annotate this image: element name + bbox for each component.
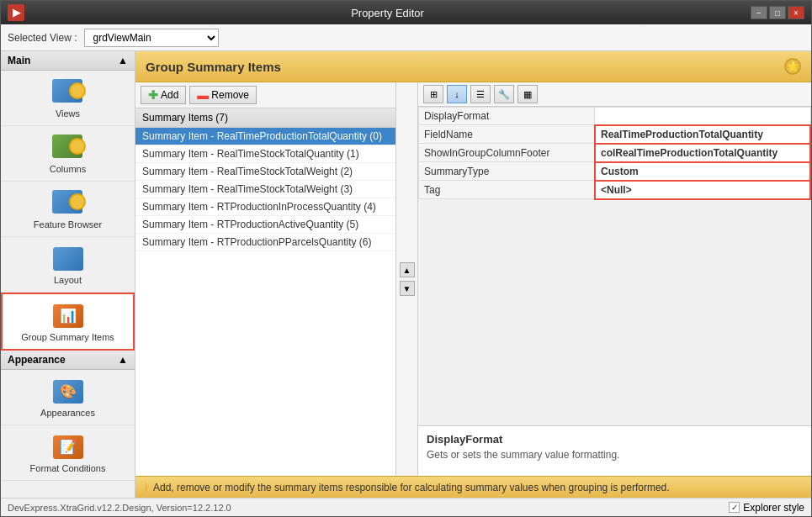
table-row: Tag <Null> <box>419 181 811 199</box>
minimize-button[interactable]: − <box>751 6 767 19</box>
devexpress-version: DevExpress.XtraGrid.v12.2.Design, Versio… <box>8 503 231 513</box>
table-row: DisplayFormat <box>419 108 811 125</box>
group-summary-icon: 📊 <box>51 301 85 330</box>
content-title: Group Summary Items <box>146 60 281 74</box>
prop-name-field-name: FieldName <box>419 125 595 144</box>
sidebar-layout-label: Layout <box>54 275 82 285</box>
toolbar-row: Selected View : grdViewMain <box>1 24 811 51</box>
prop-value-field-name[interactable]: RealTimeProductionTotalQuantity <box>595 125 810 144</box>
explorer-style-toggle[interactable]: Explorer style <box>729 502 804 514</box>
selected-view-label: Selected View : <box>8 32 77 44</box>
sidebar-format-label: Format Conditions <box>30 463 106 473</box>
status-text: Add, remove or modify the summary items … <box>153 482 670 493</box>
list-item[interactable]: Summary Item - RealTimeStockTotalQuantit… <box>135 145 395 163</box>
props-btn-list[interactable]: ☰ <box>470 85 491 103</box>
add-icon: ✚ <box>148 88 158 102</box>
feature-browser-icon <box>51 188 85 218</box>
sidebar-views-label: Views <box>56 108 80 119</box>
scroll-controls: ▲ ▼ <box>396 82 418 476</box>
table-row: ShowInGroupColumnFooter colRealTimeProdu… <box>419 144 811 162</box>
sidebar-item-feature-browser[interactable]: Feature Browser <box>1 182 135 237</box>
props-content: DisplayFormat FieldName RealTimeProducti… <box>418 107 811 476</box>
list-items: Summary Item - RealTimeProductionTotalQu… <box>135 128 395 476</box>
list-item[interactable]: Summary Item - RealTimeProductionTotalQu… <box>135 128 395 145</box>
table-row: FieldName RealTimeProductionTotalQuantit… <box>419 125 811 144</box>
content-header: Group Summary Items ⭐ <box>135 51 811 82</box>
props-btn-extra[interactable]: ▦ <box>517 85 538 103</box>
content-header-icon: ⭐ <box>784 58 801 75</box>
sidebar-item-appearances[interactable]: 🎨 Appearances <box>1 370 135 425</box>
property-editor-window: ▶ Property Editor − □ × Selected View : … <box>0 0 812 517</box>
sidebar-feature-label: Feature Browser <box>34 219 102 229</box>
list-item[interactable]: Summary Item - RealTimeStockTotalWeight … <box>135 163 395 181</box>
props-btn-grid[interactable]: ⊞ <box>423 85 443 103</box>
property-detail: DisplayFormat Gets or sets the summary v… <box>418 425 811 476</box>
content-area: Group Summary Items ⭐ ✚ Add ▬ Remove <box>135 51 811 498</box>
sidebar: Main ▲ Views C <box>1 51 135 498</box>
properties-grid: DisplayFormat FieldName RealTimeProducti… <box>418 107 811 200</box>
props-btn-sort[interactable]: ↓ <box>447 85 467 103</box>
layout-icon <box>51 244 85 273</box>
properties-toolbar: ⊞ ↓ ☰ 🔧 ▦ <box>418 82 811 107</box>
sidebar-appearances-label: Appearances <box>40 408 95 418</box>
prop-value-show-in-group[interactable]: colRealTimeProductionTotalQuantity <box>595 144 810 162</box>
window-controls: − □ × <box>751 6 804 19</box>
format-conditions-icon: 📝 <box>51 432 85 462</box>
detail-title: DisplayFormat <box>427 433 803 446</box>
sidebar-group-summary-label: Group Summary Items <box>21 332 114 342</box>
add-button[interactable]: ✚ Add <box>141 86 186 104</box>
scroll-up-button[interactable]: ▲ <box>400 262 415 277</box>
prop-name-display-format: DisplayFormat <box>419 108 595 125</box>
prop-value-display-format[interactable] <box>595 108 810 125</box>
props-table: DisplayFormat FieldName RealTimeProducti… <box>418 107 811 425</box>
list-panel: ✚ Add ▬ Remove Summary Items (7) S <box>135 82 396 476</box>
list-header: Summary Items (7) <box>135 108 395 128</box>
explorer-style-label: Explorer style <box>743 502 804 514</box>
close-button[interactable]: × <box>788 6 804 19</box>
properties-panel: ⊞ ↓ ☰ 🔧 ▦ DisplayFormat <box>418 82 811 476</box>
appearances-icon: 🎨 <box>51 377 85 406</box>
props-btn-settings[interactable]: 🔧 <box>494 85 514 103</box>
remove-button[interactable]: ▬ Remove <box>189 86 257 104</box>
sidebar-item-layout[interactable]: Layout <box>1 237 135 293</box>
status-icon: ℹ <box>144 481 148 494</box>
status-bar: ℹ Add, remove or modify the summary item… <box>135 476 811 498</box>
list-item[interactable]: Summary Item - RTProductionInProcessQuan… <box>135 198 395 216</box>
bottom-bar: DevExpress.XtraGrid.v12.2.Design, Versio… <box>1 498 811 516</box>
remove-icon: ▬ <box>197 88 209 102</box>
detail-text: Gets or sets the summary value formattin… <box>427 449 803 461</box>
prop-name-tag: Tag <box>419 181 595 199</box>
list-item[interactable]: Summary Item - RealTimeStockTotalWeight … <box>135 181 395 198</box>
list-item[interactable]: Summary Item - RTProductionPParcelsQuant… <box>135 234 395 251</box>
selected-view-dropdown[interactable]: grdViewMain <box>84 29 219 47</box>
content-body: ✚ Add ▬ Remove Summary Items (7) S <box>135 82 811 476</box>
prop-value-tag[interactable]: <Null> <box>595 181 810 199</box>
views-icon <box>51 77 85 107</box>
prop-name-show-in-group: ShowInGroupColumnFooter <box>419 144 595 162</box>
app-logo: ▶ <box>8 4 24 21</box>
table-row: SummaryType Custom <box>419 162 811 181</box>
sidebar-item-views[interactable]: Views <box>1 71 135 126</box>
sidebar-item-columns[interactable]: Columns <box>1 126 135 182</box>
sidebar-item-group-summary[interactable]: 📊 Group Summary Items <box>1 293 135 351</box>
sidebar-columns-label: Columns <box>50 164 86 174</box>
scroll-down-button[interactable]: ▼ <box>400 281 415 296</box>
maximize-button[interactable]: □ <box>769 6 786 19</box>
prop-name-summary-type: SummaryType <box>419 162 595 181</box>
sidebar-main-section: Main ▲ <box>1 51 135 71</box>
titlebar: ▶ Property Editor − □ × <box>1 1 811 24</box>
prop-value-summary-type[interactable]: Custom <box>595 162 810 181</box>
main-area: Main ▲ Views C <box>1 51 811 498</box>
columns-icon <box>51 133 85 162</box>
list-item[interactable]: Summary Item - RTProductionActiveQuantit… <box>135 216 395 234</box>
sidebar-appearance-section: Appearance ▲ <box>1 351 135 370</box>
explorer-style-checkbox[interactable] <box>729 502 740 513</box>
sidebar-item-format-conditions[interactable]: 📝 Format Conditions <box>1 425 135 481</box>
list-toolbar: ✚ Add ▬ Remove <box>135 82 395 108</box>
window-title: Property Editor <box>24 7 751 19</box>
